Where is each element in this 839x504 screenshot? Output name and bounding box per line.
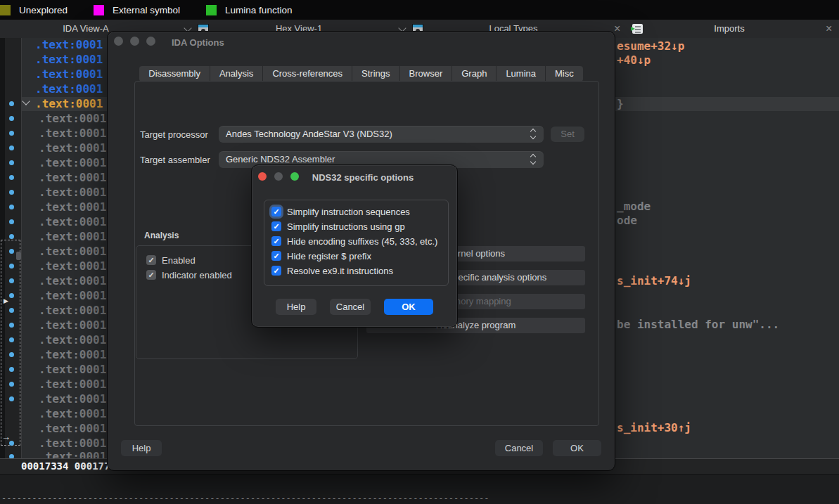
xref-dot: [9, 441, 14, 446]
disassembly-address-line[interactable]: .text:0001: [35, 67, 103, 82]
checkbox-simplify-instruction-sequences[interactable]: ✓Simplify instruction sequences: [271, 207, 437, 217]
xref-dot: [9, 396, 14, 401]
ok-button[interactable]: OK: [384, 299, 433, 315]
disassembly-address-line[interactable]: .text:0001: [39, 245, 106, 259]
tab-ida-view-a[interactable]: IDA View-A: [63, 23, 109, 34]
disassembly-address-line[interactable]: .text:0001: [39, 127, 106, 141]
dialog-title: NDS32 specific options: [252, 172, 457, 183]
disassembly-address-line[interactable]: .text:0001: [39, 274, 106, 288]
options-tab-disassembly[interactable]: Disassembly: [139, 66, 210, 82]
disassembly-address-line[interactable]: .text:0001: [39, 141, 106, 155]
checkbox-indicator-enabled[interactable]: ✓Indicator enabled: [146, 270, 232, 280]
disassembly-code-fragment[interactable]: be installed for unw"...: [617, 318, 779, 332]
xref-dot: [9, 337, 14, 342]
disassembly-address-line[interactable]: .text:0001: [35, 82, 103, 96]
checkbox-resolve-ex9-it-instructions[interactable]: ✓Resolve ex9.it instructions: [271, 266, 437, 276]
nds32-options-dialog: NDS32 specific options ✓Simplify instruc…: [251, 164, 458, 328]
xref-dot: [9, 205, 14, 209]
disassembly-address-line[interactable]: .text:0001: [39, 171, 106, 185]
disassembly-address-line[interactable]: .text:0001: [39, 304, 106, 318]
legend-item-external-symbol: External symbol: [94, 5, 180, 15]
options-tab-misc[interactable]: Misc: [546, 66, 583, 82]
options-tab-analysis[interactable]: Analysis: [210, 66, 262, 82]
options-tab-cross-references[interactable]: Cross-references: [263, 66, 352, 82]
analysis-group-label: Analysis: [144, 231, 179, 240]
checkbox-label: Resolve ex9.it instructions: [287, 266, 393, 276]
disassembly-address-line[interactable]: .text:0001: [35, 97, 103, 111]
xref-dot: [9, 278, 14, 283]
close-button[interactable]: [114, 37, 123, 46]
close-icon[interactable]: ×: [826, 21, 832, 37]
stepper-down-icon: [530, 159, 536, 164]
disassembly-address-line[interactable]: .text:0001: [39, 200, 106, 214]
legend-color-swatch: [0, 5, 11, 15]
xref-dot: [9, 175, 14, 180]
disassembly-code-fragment[interactable]: s_init+30↑j: [617, 421, 691, 435]
checkbox-check-icon: ✓: [271, 207, 281, 217]
options-tab-browser[interactable]: Browser: [400, 66, 452, 82]
disassembly-address-line[interactable]: .text:0001: [39, 348, 106, 362]
disassembly-address-line[interactable]: .text:0001: [39, 186, 106, 200]
disassembly-address-line[interactable]: .text:0001: [39, 289, 106, 303]
checkbox-label: Simplify instruction sequences: [287, 207, 410, 217]
cancel-button[interactable]: Cancel: [330, 299, 371, 315]
target-processor-label: Target processor: [140, 129, 208, 140]
help-button[interactable]: Help: [276, 299, 316, 315]
disassembly-code-fragment[interactable]: _mode: [617, 200, 651, 214]
gutter-selection-box: [1, 240, 20, 446]
imports-icon: [632, 24, 643, 34]
disassembly-code-fragment[interactable]: esume+32↓p: [617, 39, 684, 53]
disassembly-address-line[interactable]: .text:0001: [39, 156, 106, 170]
disassembly-address-line[interactable]: .text:0001: [39, 437, 106, 451]
target-assembler-label: Target assembler: [140, 155, 210, 165]
help-button[interactable]: Help: [121, 440, 162, 456]
xref-dot: [9, 382, 14, 387]
checkbox-hide-register-prefix[interactable]: ✓Hide register $ prefix: [271, 251, 437, 261]
nds32-checkbox-list: ✓Simplify instruction sequences✓Simplify…: [271, 207, 437, 276]
ida-pro-window: UnexploredExternal symbolLumina function…: [0, 0, 839, 504]
disassembly-address-line[interactable]: .text:0001: [39, 215, 106, 229]
checkbox-enabled[interactable]: ✓Enabled: [146, 255, 232, 265]
options-tab-strings[interactable]: Strings: [352, 66, 399, 82]
xref-dot: [9, 352, 14, 357]
minimize-button[interactable]: [130, 37, 139, 46]
ok-button[interactable]: OK: [553, 440, 601, 456]
checkbox-label: Enabled: [162, 255, 196, 266]
disassembly-address-line[interactable]: .text:0001: [39, 363, 106, 377]
cancel-button[interactable]: Cancel: [495, 440, 543, 456]
checkbox-label: Indicator enabled: [162, 270, 232, 280]
target-processor-select[interactable]: Andes Technology AndeStar V3 (NDS32): [219, 126, 544, 143]
disassembly-address-line[interactable]: .text:0001: [39, 230, 106, 244]
disassembly-address-line[interactable]: .text:0001: [39, 318, 106, 332]
disassembly-code-fragment[interactable]: s_init+74↓j: [617, 274, 691, 288]
disassembly-code-fragment[interactable]: +40↓p: [617, 53, 651, 67]
checkbox-simplify-instructions-using-gp[interactable]: ✓Simplify instructions using gp: [271, 221, 437, 231]
xref-dot: [9, 101, 14, 106]
options-tab-lumina[interactable]: Lumina: [497, 66, 545, 82]
checkbox-label: Simplify instructions using gp: [287, 221, 405, 232]
disassembly-address-line[interactable]: .text:0001: [39, 112, 106, 126]
nds32-options-group-box: ✓Simplify instruction sequences✓Simplify…: [264, 200, 449, 286]
options-tab-bar: DisassemblyAnalysisCross-referencesStrin…: [108, 66, 615, 82]
xref-dot: [9, 264, 14, 269]
disassembly-address-line[interactable]: .text:0001: [35, 53, 103, 67]
zoom-button[interactable]: [146, 37, 155, 46]
disassembly-address-line[interactable]: .text:0001: [39, 259, 106, 273]
target-processor-value: Andes Technology AndeStar V3 (NDS32): [226, 129, 392, 139]
disassembly-address-line[interactable]: .text:0001: [39, 377, 106, 392]
legend-color-swatch: [206, 5, 217, 15]
close-icon[interactable]: ×: [614, 21, 620, 37]
output-text-line: ----------------------------------------…: [1, 493, 543, 503]
checkbox-hide-encoding-suffixes-45-333-etc[interactable]: ✓Hide encoding suffixes (45, 333, etc.): [271, 236, 437, 246]
disassembly-code-fragment[interactable]: }: [617, 97, 624, 111]
legend-label: Unexplored: [19, 5, 68, 15]
disassembly-address-line[interactable]: .text:0001: [39, 407, 106, 421]
splitter-handle[interactable]: [16, 252, 21, 260]
tab-imports[interactable]: Imports: [714, 23, 744, 34]
options-tab-graph[interactable]: Graph: [452, 66, 496, 82]
disassembly-code-fragment[interactable]: ode: [617, 214, 637, 228]
disassembly-address-line[interactable]: .text:0001: [35, 38, 103, 52]
disassembly-address-line[interactable]: .text:0001: [39, 422, 106, 436]
disassembly-address-line[interactable]: .text:0001: [39, 333, 106, 347]
disassembly-address-line[interactable]: .text:0001: [39, 392, 106, 406]
